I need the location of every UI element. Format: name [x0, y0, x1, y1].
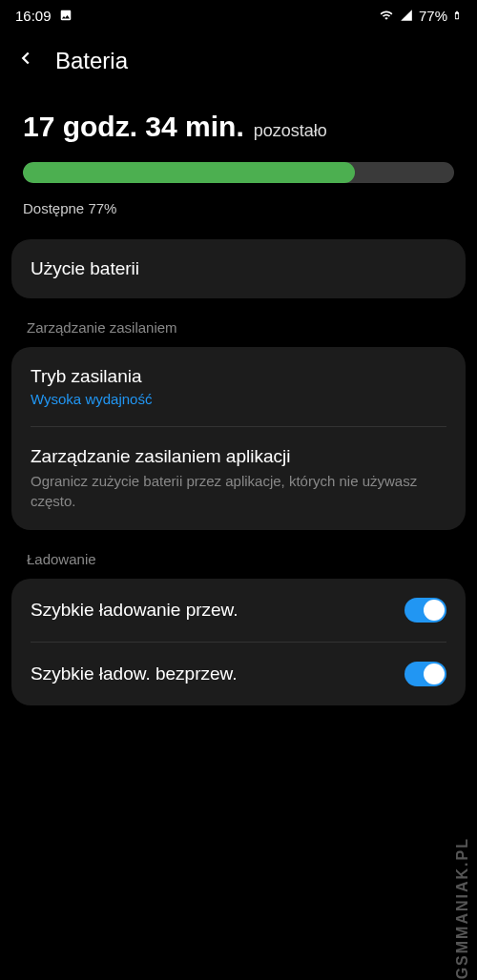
status-bar: 16:09 77%	[0, 0, 477, 31]
battery-summary: 17 godz. 34 min. pozostało Dostępne 77%	[0, 92, 477, 239]
toggle-knob	[424, 664, 445, 684]
fast-wireless-charging-item[interactable]: Szybkie ładow. bezprzew.	[11, 643, 466, 705]
power-section-header: Zarządzanie zasilaniem	[0, 312, 477, 347]
battery-icon	[452, 8, 462, 23]
fast-wireless-toggle[interactable]	[404, 662, 446, 686]
time-remaining: 17 godz. 34 min.	[23, 111, 244, 143]
fast-wired-label: Szybkie ładowanie przew.	[31, 600, 238, 621]
power-mode-title: Tryb zasilania	[31, 366, 446, 387]
battery-progress-bar	[23, 162, 454, 183]
toggle-knob	[424, 600, 445, 621]
battery-usage-title: Użycie baterii	[31, 258, 446, 279]
app-power-title: Zarządzanie zasilaniem aplikacji	[31, 446, 446, 467]
power-mode-value: Wysoka wydajność	[31, 391, 446, 407]
status-battery-percent: 77%	[419, 8, 447, 24]
status-time: 16:09	[15, 8, 52, 24]
battery-usage-card[interactable]: Użycie baterii	[11, 239, 466, 298]
wifi-icon	[379, 9, 394, 22]
charging-section-header: Ładowanie	[0, 543, 477, 579]
time-suffix: pozostało	[254, 121, 327, 141]
charging-card: Szybkie ładowanie przew. Szybkie ładow. …	[11, 579, 466, 705]
battery-progress-fill	[23, 162, 355, 183]
back-icon[interactable]	[15, 48, 36, 74]
power-mode-item[interactable]: Tryb zasilania Wysoka wydajność	[11, 347, 466, 426]
page-title: Bateria	[55, 48, 128, 74]
app-power-management-item[interactable]: Zarządzanie zasilaniem aplikacji Ogranic…	[11, 427, 466, 530]
image-icon	[59, 9, 73, 22]
app-power-description: Ogranicz zużycie baterii przez aplikacje…	[31, 471, 446, 511]
power-management-card: Tryb zasilania Wysoka wydajność Zarządza…	[11, 347, 466, 530]
page-header: Bateria	[0, 31, 477, 92]
battery-available-label: Dostępne 77%	[23, 200, 454, 216]
fast-wireless-label: Szybkie ładow. bezprzew.	[31, 664, 238, 684]
watermark: GSMMANIAK.PL	[454, 837, 471, 979]
signal-icon	[399, 9, 414, 22]
fast-wired-toggle[interactable]	[404, 598, 446, 623]
fast-wired-charging-item[interactable]: Szybkie ładowanie przew.	[11, 579, 466, 642]
